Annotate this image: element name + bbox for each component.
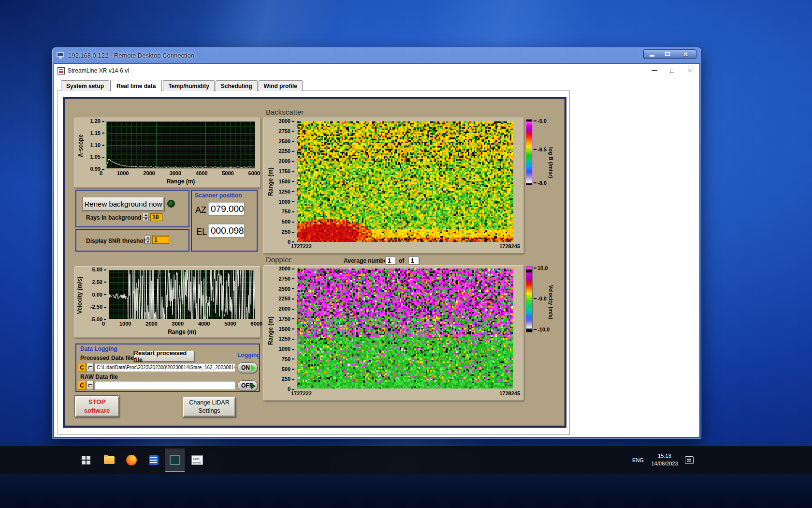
tick-label: 1250 — [279, 189, 294, 194]
velocity-ylabel: Velocity (m/s) — [76, 271, 83, 319]
app-close-button[interactable]: ✕ — [687, 67, 693, 75]
scanner-position-title: Scanner position — [195, 192, 242, 199]
restart-processed-file-button[interactable]: Restart processed file — [133, 351, 195, 362]
average-number-field[interactable]: 1 — [385, 256, 396, 265]
terminal-window-icon — [170, 455, 180, 465]
taskbar-firefox[interactable] — [122, 448, 141, 472]
raw-logging-off-indicator[interactable]: OFF — [237, 380, 258, 391]
processed-drive-selector[interactable]: C — [78, 363, 86, 372]
rdp-titlebar[interactable]: 192.168.0.122 - Remote Desktop Connectio… — [52, 47, 701, 63]
start-button[interactable] — [76, 448, 96, 472]
logging-label: Logging — [237, 352, 260, 359]
doppler-title: Doppler — [266, 255, 291, 264]
tab-real-time-data[interactable]: Real time data — [110, 80, 162, 91]
tick-label: 1500 — [279, 179, 294, 184]
taskbar-notes-app[interactable] — [144, 448, 163, 472]
backscatter-x-end: 1728245 — [499, 244, 520, 249]
tab-temp-humidity[interactable]: Temp/humidity — [163, 80, 214, 91]
tick-label: 6000 — [248, 171, 260, 176]
app-titlebar[interactable]: StreamLine XR v14-6.vi ✕ — [54, 64, 699, 77]
az-value-field[interactable]: 079.000 — [208, 202, 245, 216]
language-indicator[interactable]: ENG — [628, 446, 648, 474]
raw-data-file-label: RAW Data file — [80, 374, 118, 380]
processed-logging-on-indicator[interactable]: ON — [237, 362, 258, 373]
scan-scheduler-icon: Scansched — [191, 455, 203, 465]
raw-path-field[interactable] — [94, 381, 235, 390]
tick-label: 6000 — [251, 321, 262, 327]
of-label: of — [399, 257, 404, 264]
tick-label: 3000 — [170, 171, 181, 176]
backscatter-colorbar — [526, 119, 533, 185]
scanner-position-group: Scanner position AZ 079.000 EL 000.098 — [191, 190, 258, 252]
minimize-button[interactable] — [643, 49, 660, 59]
tab-page-real-time-data: Backscatter A-scope 1.201.151.101.050.99… — [58, 90, 570, 435]
doppler-x-start: 1727222 — [291, 391, 312, 396]
processed-browse-button[interactable] — [87, 363, 94, 372]
app-restore-button[interactable] — [670, 69, 674, 73]
tick-label: 4000 — [196, 171, 207, 176]
ascope-graph: A-scope 1.201.151.101.050.99 01000200030… — [74, 118, 261, 188]
tick-label: 1500 — [279, 327, 294, 332]
rdp-client-area: StreamLine XR v14-6.vi ✕ System setupRea… — [54, 63, 700, 437]
rdp-window-title: 192.168.0.122 - Remote Desktop Connectio… — [68, 52, 194, 59]
change-lidar-settings-button[interactable]: Change LiDARSettings — [183, 397, 236, 417]
doppler-plot — [297, 269, 513, 388]
tick-label: 5.00 — [92, 267, 106, 272]
close-button[interactable]: ✕ — [675, 49, 696, 59]
doppler-colorbar-tick-mid: -0.0 — [534, 296, 547, 301]
tick-label: 500 — [282, 219, 294, 224]
tick-label: 3000 — [279, 119, 294, 124]
raw-drive-selector[interactable]: C — [78, 381, 86, 390]
backscatter-colorbar-tick-min: -8.0 — [534, 180, 547, 186]
tick-label: 1750 — [279, 169, 294, 174]
el-value-field[interactable]: 000.098 — [208, 224, 245, 238]
app-minimize-button[interactable] — [652, 70, 657, 71]
backscatter-colorbar-label: log B (/m/sr) — [548, 128, 554, 198]
doppler-colorbar-tick-max: 10.0 — [534, 265, 548, 271]
average-number-label: Average number — [344, 257, 389, 264]
doppler-colorbar-label: Velocity (m/s) — [548, 270, 554, 333]
taskbar-file-explorer[interactable] — [100, 448, 119, 472]
taskbar-scan-scheduler[interactable]: Scansched — [188, 448, 207, 472]
tab-wind-profile[interactable]: Wind profile — [259, 80, 303, 91]
labview-vi-icon — [58, 67, 65, 75]
snr-spinner[interactable] — [145, 236, 151, 244]
rays-value-field[interactable]: 10 — [150, 213, 162, 221]
snr-value-field[interactable]: 1 — [152, 236, 169, 244]
processed-data-file-label: Processed Data file — [80, 355, 134, 361]
taskbar: Scansched ENG 15:13 14/08/2023 — [0, 446, 812, 474]
tick-label: 2250 — [279, 296, 294, 301]
tick-label: 3000 — [279, 266, 294, 271]
backscatter-x-start: 1727222 — [291, 244, 312, 249]
processed-path-field[interactable]: C:\Lidar\Data\Proc\2023\202308\20230814\… — [94, 363, 235, 372]
tick-label: 3000 — [172, 321, 184, 327]
raw-browse-button[interactable] — [87, 381, 94, 390]
tick-label: 0.00 — [92, 292, 106, 298]
tab-scheduling[interactable]: Scheduling — [216, 80, 258, 91]
ascope-xlabel: Range (m) — [106, 178, 255, 185]
backscatter-colorbar-tick-max: -5.0 — [534, 118, 547, 124]
notification-center-button[interactable] — [681, 446, 698, 474]
renew-led-indicator — [167, 200, 175, 208]
tick-label: 2500 — [279, 286, 294, 292]
tick-label: 2000 — [145, 321, 157, 327]
taskbar-remote-desktop-active[interactable] — [165, 448, 185, 472]
renew-background-button[interactable]: Renew background now — [82, 197, 164, 211]
tick-label: 2750 — [279, 129, 294, 134]
tick-label: 2250 — [279, 149, 294, 154]
tick-label: 1750 — [279, 316, 294, 322]
stop-software-button[interactable]: STOPsoftware — [74, 395, 119, 417]
velocity-xticks: 0100020003000400050006000 — [102, 321, 262, 327]
doppler-graph: Range (m) 300027502500225020001750150012… — [263, 265, 524, 401]
tab-system-setup[interactable]: System setup — [61, 80, 109, 91]
rays-spinner[interactable] — [143, 213, 149, 221]
taskbar-clock[interactable]: 15:13 14/08/2023 — [648, 446, 682, 474]
desktop-bottom-shade — [0, 474, 812, 508]
tick-label: 0 — [100, 171, 102, 176]
snr-threshold-label: Display SNR threshold — [86, 238, 148, 244]
average-total-field[interactable]: 1 — [408, 256, 419, 265]
maximize-button[interactable] — [660, 49, 675, 59]
tick-label: 1.10 — [90, 143, 104, 148]
backscatter-title: Backscatter — [266, 108, 304, 116]
data-logging-group: Data Logging Processed Data file Restart… — [75, 344, 260, 392]
